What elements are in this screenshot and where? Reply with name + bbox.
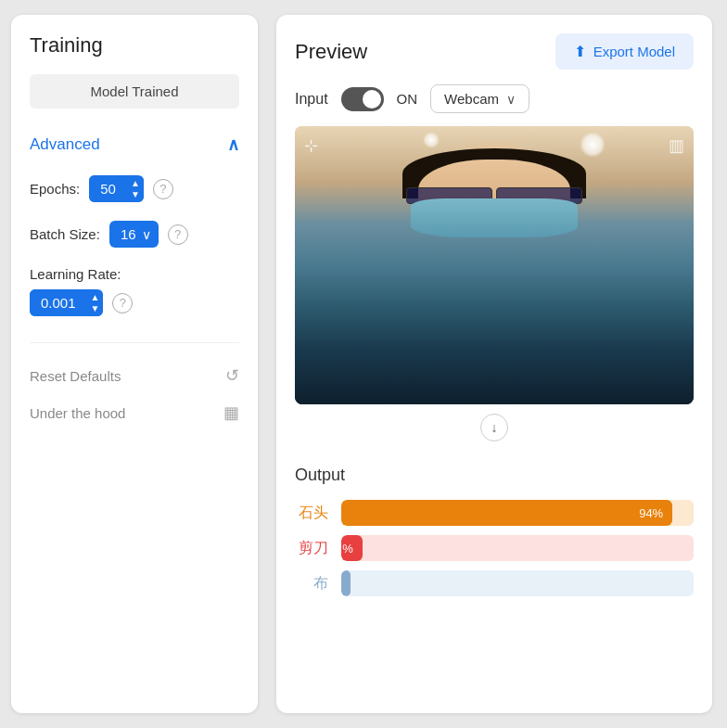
input-row: Input ON Webcam ∨	[295, 84, 694, 113]
person-mask	[411, 198, 579, 237]
camera-view: ⊹ ▥	[295, 126, 694, 404]
epochs-row: Epochs: 50 ▲ ▼ ?	[30, 175, 239, 202]
advanced-chevron-icon: ∧	[227, 134, 239, 155]
webcam-label: Webcam	[444, 91, 499, 107]
reset-icon: ↺	[225, 365, 239, 386]
reset-defaults-label: Reset Defaults	[30, 368, 121, 384]
input-label: Input	[295, 91, 328, 108]
lr-up-arrow[interactable]: ▲	[91, 292, 100, 303]
left-panel: Training Model Trained Advanced ∧ Epochs…	[0, 0, 269, 728]
compare-icon[interactable]: ▥	[669, 135, 684, 156]
scroll-down-arrow[interactable]: ↓	[480, 414, 508, 441]
reset-defaults-row[interactable]: Reset Defaults ↺	[30, 358, 239, 393]
webcam-chevron-icon: ∨	[506, 92, 516, 107]
advanced-header[interactable]: Advanced ∧	[30, 134, 239, 155]
light-spot-1	[423, 132, 440, 148]
scroll-arrow-icon: ↓	[491, 420, 498, 435]
preview-header: Preview ⬆ Export Model	[295, 33, 694, 70]
right-panel: Preview ⬆ Export Model Input ON Webcam ∨	[269, 0, 727, 728]
lr-down-arrow[interactable]: ▼	[91, 303, 100, 314]
epochs-down-arrow[interactable]: ▼	[131, 189, 140, 200]
output-row-2: 剪刀 %	[295, 535, 694, 561]
epochs-value: 50	[89, 175, 127, 202]
batch-size-dropdown[interactable]: 16 ∨	[109, 221, 159, 248]
model-trained-button[interactable]: Model Trained	[30, 74, 239, 109]
output-section: Output 石头 94% 剪刀 %	[295, 451, 694, 620]
output-row-3: 布	[295, 570, 694, 596]
epochs-arrows[interactable]: ▲ ▼	[127, 176, 144, 202]
batch-size-label: Batch Size:	[30, 226, 100, 242]
epochs-help-icon[interactable]: ?	[153, 179, 173, 199]
scroll-down-button[interactable]: ↓	[295, 404, 694, 451]
learning-rate-section: Learning Rate: 0.001 ▲ ▼ ?	[30, 266, 239, 316]
learning-rate-label: Learning Rate:	[30, 266, 239, 282]
batch-size-value: 16	[121, 226, 136, 242]
under-hood-label: Under the hood	[30, 405, 125, 421]
output-label-2: 剪刀	[295, 539, 328, 558]
webcam-dropdown[interactable]: Webcam ∨	[430, 84, 529, 113]
preview-card: Preview ⬆ Export Model Input ON Webcam ∨	[276, 15, 712, 713]
toggle-state-label: ON	[397, 91, 418, 107]
batch-size-row: Batch Size: 16 ∨ ?	[30, 221, 239, 248]
export-model-button[interactable]: ⬆ Export Model	[555, 33, 694, 70]
crop-icon[interactable]: ⊹	[304, 135, 318, 156]
output-label-1: 石头	[295, 504, 328, 523]
progress-bar-fill-2: %	[341, 535, 363, 561]
under-hood-row[interactable]: Under the hood ▦	[30, 393, 239, 423]
export-btn-label: Export Model	[593, 44, 675, 59]
input-toggle[interactable]	[341, 87, 384, 111]
training-card: Training Model Trained Advanced ∧ Epochs…	[11, 15, 258, 713]
progress-value-2: %	[342, 542, 353, 556]
learning-rate-spinner[interactable]: 0.001 ▲ ▼	[30, 289, 103, 316]
training-title: Training	[30, 33, 239, 57]
progress-bar-fill-1: 94%	[341, 500, 672, 526]
learning-rate-value: 0.001	[30, 289, 87, 316]
under-hood-icon: ▦	[223, 402, 239, 423]
export-icon: ⬆	[574, 43, 586, 60]
batch-chevron-icon: ∨	[142, 227, 151, 242]
progress-bar-bg-1: 94%	[341, 500, 694, 526]
progress-bar-bg-2: %	[341, 535, 694, 561]
learning-rate-input-row: 0.001 ▲ ▼ ?	[30, 289, 239, 316]
progress-value-1: 94%	[639, 506, 663, 520]
output-title: Output	[295, 466, 694, 485]
lr-arrows[interactable]: ▲ ▼	[87, 290, 104, 316]
progress-bar-fill-3	[341, 570, 351, 596]
divider	[30, 342, 239, 343]
epochs-up-arrow[interactable]: ▲	[131, 178, 140, 189]
toggle-thumb	[363, 90, 381, 109]
epochs-label: Epochs:	[30, 181, 80, 197]
preview-title: Preview	[295, 40, 367, 64]
batch-help-icon[interactable]: ?	[168, 224, 188, 245]
output-label-3: 布	[295, 574, 328, 594]
output-row-1: 石头 94%	[295, 500, 694, 526]
epochs-spinner[interactable]: 50 ▲ ▼	[89, 175, 144, 202]
lr-help-icon[interactable]: ?	[112, 293, 133, 313]
advanced-label: Advanced	[30, 135, 100, 154]
camera-person	[295, 126, 694, 404]
progress-bar-bg-3	[341, 570, 694, 596]
